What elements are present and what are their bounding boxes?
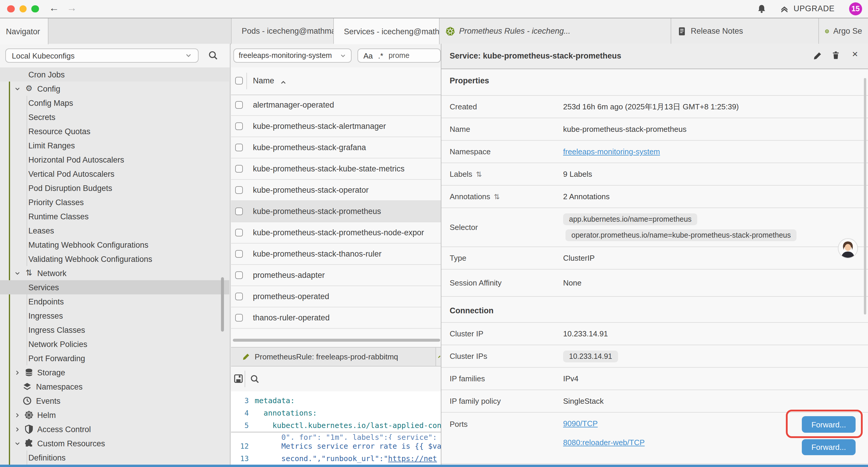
select-all-checkbox[interactable] [235, 77, 243, 85]
sidebar-item-cron-jobs[interactable]: Cron Jobs [0, 67, 229, 82]
row-checkbox[interactable] [235, 293, 243, 300]
chevron-down-icon[interactable] [14, 440, 21, 447]
row-checkbox[interactable] [235, 314, 243, 322]
namespace-link[interactable]: freeleaps-monitoring-system [563, 147, 660, 156]
sidebar-item-services[interactable]: Services [0, 280, 229, 294]
upgrade-icon[interactable] [780, 5, 789, 13]
window-close-button[interactable] [7, 5, 14, 12]
window-zoom-button[interactable] [31, 5, 39, 12]
chevron-right-icon[interactable] [14, 426, 21, 432]
table-row[interactable]: kube-prometheus-stack-kube-state-metrics [231, 158, 441, 180]
sidebar-item-secrets[interactable]: Secrets [0, 110, 229, 124]
tab-release-notes[interactable]: Release Notes [671, 18, 819, 44]
sidebar-item-leases[interactable]: Leases [0, 224, 229, 238]
back-icon[interactable]: ← [49, 2, 59, 14]
labels-count[interactable]: 9 Labels [563, 170, 868, 178]
code-url[interactable]: https://net [388, 454, 437, 463]
detail-scrollbar[interactable] [864, 78, 866, 315]
sidebar-item-mutating-webhook-configurations[interactable]: Mutating Webhook Configurations [0, 238, 229, 252]
filter-search-input[interactable]: Aa .* prome [358, 49, 441, 63]
sidebar-item-namespaces[interactable]: Namespaces [0, 380, 229, 394]
table-row[interactable]: thanos-ruler-operated [231, 308, 441, 329]
sidebar-item-config-maps[interactable]: Config Maps [0, 96, 229, 110]
tab-argo[interactable]: Argo Se [819, 18, 868, 44]
row-checkbox[interactable] [235, 101, 243, 109]
chevron-down-icon[interactable] [14, 270, 21, 276]
sidebar-item-pod-disruption-budgets[interactable]: Pod Disruption Budgets [0, 181, 229, 195]
kubeconfig-selector[interactable]: Local Kubeconfigs [5, 49, 198, 63]
table-row[interactable]: kube-prometheus-stack-alertmanager [231, 116, 441, 137]
table-row[interactable]: kube-prometheus-stack-operator [231, 180, 441, 201]
table-row[interactable]: alertmanager-operated [231, 95, 441, 116]
table-row[interactable]: prometheus-operated [231, 286, 441, 308]
table-row[interactable]: prometheus-adapter [231, 265, 441, 286]
namespace-selector[interactable]: freeleaps-monitoring-system [234, 49, 351, 63]
sort-icon[interactable]: ⇅ [494, 193, 500, 201]
forward-icon[interactable]: → [67, 2, 77, 14]
sidebar-group-custom-resources[interactable]: Custom Resources [0, 436, 229, 450]
avatar[interactable] [838, 239, 857, 258]
sidebar-item-resource-quotas[interactable]: Resource Quotas [0, 124, 229, 138]
tab-pods[interactable]: Pods - icecheng@mathmas... [231, 18, 334, 44]
search-icon[interactable] [250, 374, 259, 384]
annotations-count[interactable]: 2 Annotations [563, 192, 868, 201]
editor-tab-partial[interactable] [437, 348, 441, 366]
table-row-selected[interactable]: kube-prometheus-stack-prometheus [231, 201, 441, 222]
sidebar-item-endpoints[interactable]: Endpoints [0, 294, 229, 309]
edit-pencil-icon[interactable] [813, 52, 822, 60]
horizontal-scrollbar[interactable] [233, 339, 440, 342]
sort-icon[interactable]: ⇅ [476, 170, 482, 178]
name-column-header[interactable]: Name [253, 76, 274, 85]
sidebar-item-horizontal-pod-autoscalers[interactable]: Horizontal Pod Autoscalers [0, 152, 229, 167]
sidebar-item-definitions[interactable]: Definitions [0, 450, 229, 465]
sidebar-item-events[interactable]: Events [0, 394, 229, 408]
search-icon[interactable] [208, 50, 218, 60]
table-row[interactable]: kube-prometheus-stack-prometheus-node-ex… [231, 222, 441, 243]
upgrade-button[interactable]: UPGRADE [794, 4, 835, 13]
tab-navigator[interactable]: Navigator [0, 18, 49, 44]
close-icon[interactable]: × [852, 49, 858, 60]
chevron-right-icon[interactable] [14, 369, 21, 376]
row-checkbox[interactable] [235, 144, 243, 151]
sidebar-item-priority-classes[interactable]: Priority Classes [0, 195, 229, 209]
bell-icon[interactable] [757, 4, 766, 13]
row-checkbox[interactable] [235, 207, 243, 215]
row-checkbox[interactable] [235, 271, 243, 279]
sidebar-item-validating-webhook-configurations[interactable]: Validating Webhook Configurations [0, 252, 229, 266]
chevron-right-icon[interactable] [14, 412, 21, 418]
forward-button-8080[interactable]: Forward... [802, 439, 856, 455]
sidebar-group-network[interactable]: ⇅Network [0, 266, 229, 280]
save-icon[interactable] [234, 374, 243, 384]
editor-tab-prometheusrule[interactable]: PrometheusRule: freeleaps-prod-rabbitmq [231, 348, 436, 366]
sidebar-group-config[interactable]: ⚙Config [0, 82, 229, 96]
table-row[interactable]: kube-prometheus-stack-grafana [231, 137, 441, 158]
row-checkbox[interactable] [235, 250, 243, 258]
sidebar-group-access-control[interactable]: Access Control [0, 422, 229, 436]
tab-prometheus-rules[interactable]: Prometheus Rules - icecheng... [440, 18, 671, 44]
row-checkbox[interactable] [235, 165, 243, 173]
notification-badge[interactable]: 15 [849, 2, 862, 16]
yaml-editor[interactable]: 3metadata: 4 annotations: 5 kubectl.kube… [231, 391, 441, 465]
tab-services[interactable]: Services - icecheng@math... × [334, 18, 440, 44]
sidebar-item-vertical-pod-autoscalers[interactable]: Vertical Pod Autoscalers [0, 167, 229, 181]
sidebar-group-helm[interactable]: Helm [0, 408, 229, 422]
trash-icon[interactable] [831, 51, 840, 60]
row-checkbox[interactable] [235, 122, 243, 130]
sidebar-item-limit-ranges[interactable]: Limit Ranges [0, 138, 229, 152]
sidebar-group-storage[interactable]: Storage [0, 365, 229, 380]
row-checkbox[interactable] [235, 229, 243, 236]
forward-button-9090[interactable]: Forward... [802, 416, 856, 433]
row-checkbox[interactable] [235, 186, 243, 194]
table-row[interactable]: kube-prometheus-stack-thanos-ruler [231, 243, 441, 265]
sidebar-item-ingress-classes[interactable]: Ingress Classes [0, 323, 229, 337]
port-link-9090[interactable]: 9090/TCP [563, 419, 598, 428]
port-link-8080[interactable]: 8080:reloader-web/TCP [563, 438, 645, 447]
sidebar-item-runtime-classes[interactable]: Runtime Classes [0, 209, 229, 224]
chevron-down-icon[interactable] [14, 85, 21, 92]
sidebar-scrollbar[interactable] [221, 277, 224, 332]
window-minimize-button[interactable] [19, 5, 27, 12]
sidebar-item-network-policies[interactable]: Network Policies [0, 337, 229, 351]
sort-ascending-icon[interactable] [279, 79, 287, 86]
match-case-toggle[interactable]: Aa [363, 51, 373, 60]
sidebar-item-ingresses[interactable]: Ingresses [0, 309, 229, 323]
